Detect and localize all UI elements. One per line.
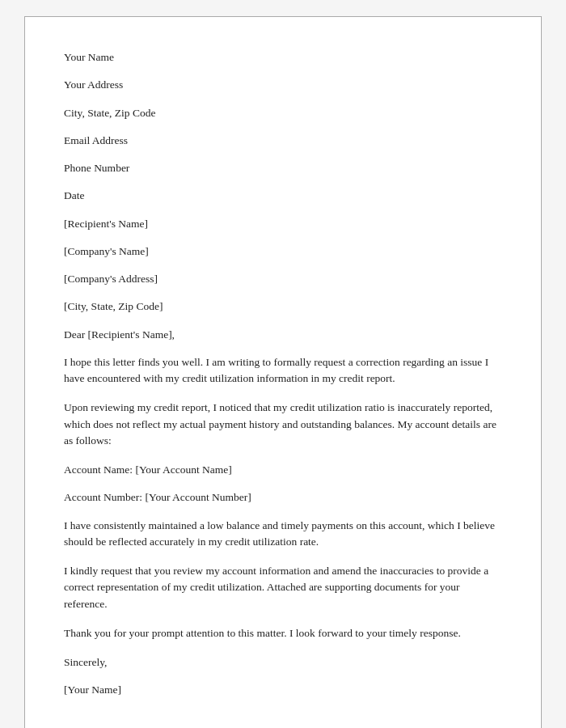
paragraph-1: I hope this letter finds you well. I am …	[64, 354, 502, 387]
sender-address: Your Address	[64, 77, 502, 93]
recipient-address: [Company's Address]	[64, 271, 502, 287]
sender-date: Date	[64, 188, 502, 204]
account-name-line: Account Name: [Your Account Name]	[64, 462, 502, 478]
sender-phone: Phone Number	[64, 160, 502, 176]
paragraph-3: I have consistently maintained a low bal…	[64, 518, 502, 551]
letter-container: Your Name Your Address City, State, Zip …	[24, 16, 542, 728]
paragraph-2: Upon reviewing my credit report, I notic…	[64, 400, 502, 449]
account-number-line: Account Number: [Your Account Number]	[64, 489, 502, 506]
recipient-city-state-zip: [City, State, Zip Code]	[64, 298, 502, 315]
signature: [Your Name]	[64, 682, 502, 698]
recipient-name: [Recipient's Name]	[64, 216, 502, 232]
paragraph-4: I kindly request that you review my acco…	[64, 563, 502, 612]
recipient-company: [Company's Name]	[64, 243, 502, 260]
sender-name: Your Name	[64, 49, 502, 66]
paragraph-5: Thank you for your prompt attention to t…	[64, 625, 502, 641]
sender-email: Email Address	[64, 133, 502, 149]
closing: Sincerely,	[64, 654, 502, 671]
page-wrapper: Your Name Your Address City, State, Zip …	[0, 0, 566, 728]
account-name-val: [Your Account Name]	[135, 463, 231, 476]
salutation: Dear [Recipient's Name],	[64, 327, 502, 343]
account-number-label: Account Number:	[64, 491, 142, 503]
account-number-val: [Your Account Number]	[145, 491, 251, 503]
account-name-label: Account Name:	[64, 463, 133, 476]
sender-city-state-zip: City, State, Zip Code	[64, 105, 502, 121]
